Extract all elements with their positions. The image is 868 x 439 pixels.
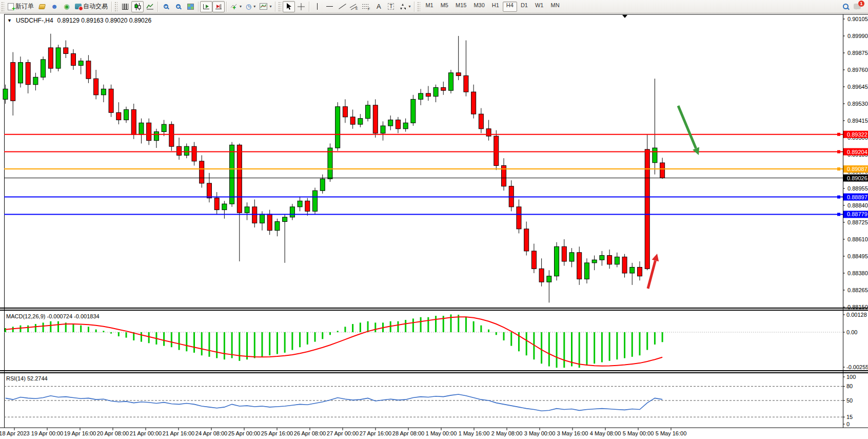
candlestick — [373, 99, 378, 138]
periods-clock-icon: ◷ — [246, 3, 251, 10]
line-anchor-marker — [837, 213, 840, 216]
time-tick-label: 21 Apr 16:00 — [163, 430, 194, 436]
toolbar-separator — [309, 2, 309, 12]
chart-title: ▼ USDCHF-,H4 0.89129 0.89163 0.89020 0.8… — [7, 17, 151, 24]
macd-tick-label: -0.002559 — [846, 364, 868, 370]
toolbar-separator — [111, 2, 112, 12]
fibonacci-button[interactable]: F — [360, 1, 372, 12]
plot-background — [4, 14, 843, 428]
auto-trading-button[interactable]: 自动交易 — [73, 1, 110, 12]
line-anchor-marker — [837, 150, 840, 154]
signal-button[interactable]: ◉ — [61, 1, 73, 12]
channel-icon: E — [350, 3, 358, 10]
arrows-tool-button[interactable]: ▾ — [397, 1, 412, 12]
candlestick-chart-button[interactable] — [131, 1, 144, 12]
templates-button[interactable]: ▾ — [258, 1, 273, 12]
tf-button-D1[interactable]: D1 — [517, 2, 531, 12]
dropdown-arrow-icon: ▾ — [240, 4, 242, 9]
time-tick-label: 19 Apr 00:00 — [31, 430, 63, 436]
fibonacci-icon: F — [362, 3, 370, 10]
text-icon: A — [377, 3, 381, 10]
rsi-tick-label: 0 — [846, 421, 850, 427]
vertical-line-button[interactable] — [311, 1, 323, 12]
price-tick-label: 0.88495 — [847, 253, 868, 259]
indicators-icon: + — [230, 3, 238, 10]
auto-trading-label: 自动交易 — [83, 2, 108, 11]
tf-button-H1[interactable]: H1 — [488, 2, 503, 12]
time-tick-label: 18 Apr 2023 — [0, 430, 30, 436]
price-tick-label: 0.89530 — [847, 101, 868, 107]
periods-button[interactable]: ◷ ▾ — [244, 1, 258, 12]
toolbar-drag-handle[interactable] — [418, 2, 420, 11]
tf-button-M30[interactable]: M30 — [470, 2, 488, 12]
zoom-out-button[interactable]: − — [172, 1, 184, 12]
navigator-button[interactable]: ☻ — [48, 1, 61, 12]
price-tick-label: 0.88610 — [847, 236, 868, 242]
chart-ohlc-values: 0.89129 0.89163 0.89020 0.89026 — [57, 17, 152, 24]
new-order-label: 新订单 — [15, 2, 34, 11]
indicators-button[interactable]: + ▾ — [228, 1, 244, 12]
tf-button-M15[interactable]: M15 — [452, 2, 470, 12]
tile-windows-button[interactable] — [184, 1, 196, 12]
text-label-button[interactable]: T — [385, 1, 397, 12]
toolbar-separator — [226, 2, 227, 12]
time-tick-label: 25 Apr 00:00 — [228, 430, 260, 436]
timeframe-group: M1M5M15M30H1H4D1W1MN — [422, 2, 563, 12]
price-tick-label: 0.89760 — [847, 67, 868, 73]
auto-scroll-button[interactable] — [200, 1, 212, 12]
candlestick — [411, 95, 416, 126]
price-line-label: 0.89204 — [847, 149, 867, 155]
price-line-label: 0.89026 — [847, 175, 867, 181]
new-order-button[interactable]: 新订单 — [6, 1, 36, 12]
line-chart-button[interactable] — [144, 1, 156, 12]
candlestick — [109, 85, 113, 117]
toolbar-separator — [275, 2, 275, 12]
line-chart-icon — [146, 3, 153, 10]
toolbar-drag-handle[interactable] — [279, 2, 281, 11]
candlestick — [336, 102, 340, 151]
auto-scroll-icon — [203, 3, 210, 10]
rsi-tick-label: 100 — [846, 374, 856, 380]
chart-symbol-period: USDCHF-,H4 — [16, 17, 53, 24]
candlestick — [555, 242, 559, 281]
time-tick-label: 5 May 00:00 — [623, 430, 654, 436]
trendline-button[interactable] — [336, 1, 348, 12]
time-tick-label: 5 May 16:00 — [656, 430, 687, 436]
chat-icon[interactable]: 1 — [854, 4, 861, 9]
bar-chart-icon — [122, 4, 128, 10]
bar-chart-button[interactable] — [119, 1, 131, 12]
channel-button[interactable]: E — [348, 1, 360, 12]
price-line-label: 0.88779 — [847, 211, 867, 217]
candlestick — [577, 246, 582, 285]
rsi-tick-label: 50 — [846, 397, 853, 404]
time-tick-label: 27 Apr 16:00 — [360, 430, 391, 436]
tf-button-M5[interactable]: M5 — [437, 2, 452, 12]
horizontal-line-button[interactable] — [323, 1, 336, 12]
chart-shift-button[interactable] — [212, 1, 225, 12]
vertical-line-icon — [317, 3, 318, 10]
tf-button-H4[interactable]: H4 — [503, 2, 517, 12]
price-tick-label: 0.90105 — [847, 16, 868, 22]
toolbar-drag-handle[interactable] — [2, 2, 4, 11]
candlestick — [328, 143, 332, 182]
zoom-in-icon: + — [164, 4, 168, 9]
price-tick-label: 0.89415 — [847, 118, 868, 124]
tf-button-MN[interactable]: MN — [547, 2, 563, 12]
chart-menu-icon[interactable]: ▼ — [7, 18, 12, 23]
candlestick — [56, 45, 61, 71]
market-watch-button[interactable] — [36, 1, 48, 12]
tf-button-W1[interactable]: W1 — [531, 2, 547, 12]
toolbar-separator — [198, 2, 199, 12]
toolbar-drag-handle[interactable] — [115, 2, 117, 11]
signal-icon: ◉ — [64, 3, 69, 10]
text-button[interactable]: A — [372, 1, 385, 12]
search-icon[interactable] — [843, 4, 849, 9]
cursor-button[interactable] — [283, 1, 295, 12]
chart-canvas[interactable]: 0.901050.899900.898750.897600.896450.895… — [0, 14, 868, 439]
tf-button-M1[interactable]: M1 — [422, 2, 437, 12]
crosshair-button[interactable] — [295, 1, 307, 12]
navigator-icon: ☻ — [51, 3, 58, 10]
zoom-in-button[interactable]: + — [160, 1, 172, 12]
rsi-tick-label: 15 — [846, 414, 853, 420]
macd-tick-label: 0.00128 — [846, 312, 867, 318]
